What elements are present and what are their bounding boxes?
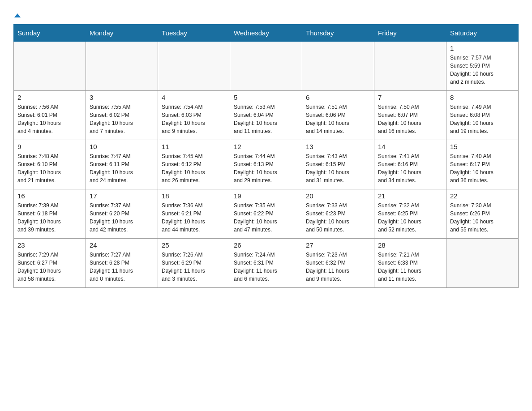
calendar-cell [230, 42, 302, 91]
day-info: Sunrise: 7:54 AMSunset: 6:03 PMDaylight:… [162, 103, 226, 135]
calendar-cell: 5Sunrise: 7:53 AMSunset: 6:04 PMDaylight… [230, 91, 302, 140]
calendar-cell: 27Sunrise: 7:23 AMSunset: 6:32 PMDayligh… [302, 239, 374, 288]
day-info: Sunrise: 7:55 AMSunset: 6:02 PMDaylight:… [90, 103, 154, 135]
day-info: Sunrise: 7:53 AMSunset: 6:04 PMDaylight:… [234, 103, 298, 135]
calendar-header-row: SundayMondayTuesdayWednesdayThursdayFrid… [14, 25, 519, 42]
day-number: 21 [378, 192, 442, 200]
calendar-cell: 2Sunrise: 7:56 AMSunset: 6:01 PMDaylight… [14, 91, 86, 140]
calendar-cell: 1Sunrise: 7:57 AMSunset: 5:59 PMDaylight… [446, 42, 519, 91]
day-header-sunday: Sunday [14, 25, 86, 42]
day-info: Sunrise: 7:33 AMSunset: 6:23 PMDaylight:… [306, 201, 370, 234]
calendar-cell: 18Sunrise: 7:36 AMSunset: 6:21 PMDayligh… [158, 189, 230, 239]
day-number: 11 [162, 143, 226, 150]
day-number: 7 [378, 94, 442, 101]
day-number: 19 [234, 192, 298, 200]
day-number: 2 [17, 94, 82, 101]
calendar-cell [302, 42, 374, 91]
day-header-saturday: Saturday [446, 25, 519, 42]
calendar-cell: 15Sunrise: 7:40 AMSunset: 6:17 PMDayligh… [446, 140, 519, 189]
day-info: Sunrise: 7:44 AMSunset: 6:13 PMDaylight:… [234, 152, 298, 184]
calendar-cell: 11Sunrise: 7:45 AMSunset: 6:12 PMDayligh… [158, 140, 230, 189]
day-number: 5 [234, 94, 298, 101]
day-number: 25 [162, 241, 226, 249]
calendar-cell: 23Sunrise: 7:29 AMSunset: 6:27 PMDayligh… [14, 239, 86, 288]
day-info: Sunrise: 7:43 AMSunset: 6:15 PMDaylight:… [306, 152, 370, 184]
day-number: 18 [162, 192, 226, 200]
day-number: 4 [162, 94, 226, 101]
calendar-cell: 10Sunrise: 7:47 AMSunset: 6:11 PMDayligh… [86, 140, 158, 189]
calendar-cell: 24Sunrise: 7:27 AMSunset: 6:28 PMDayligh… [86, 239, 158, 288]
day-info: Sunrise: 7:45 AMSunset: 6:12 PMDaylight:… [162, 152, 226, 184]
calendar-cell: 8Sunrise: 7:49 AMSunset: 6:08 PMDaylight… [446, 91, 519, 140]
week-row-1: 1Sunrise: 7:57 AMSunset: 5:59 PMDaylight… [14, 42, 519, 91]
day-info: Sunrise: 7:32 AMSunset: 6:25 PMDaylight:… [378, 201, 442, 234]
day-info: Sunrise: 7:40 AMSunset: 6:17 PMDaylight:… [450, 152, 515, 184]
day-header-friday: Friday [374, 25, 446, 42]
day-info: Sunrise: 7:37 AMSunset: 6:20 PMDaylight:… [90, 201, 154, 234]
day-info: Sunrise: 7:51 AMSunset: 6:06 PMDaylight:… [306, 103, 370, 135]
day-info: Sunrise: 7:35 AMSunset: 6:22 PMDaylight:… [234, 201, 298, 234]
day-info: Sunrise: 7:27 AMSunset: 6:28 PMDaylight:… [90, 251, 154, 283]
day-header-tuesday: Tuesday [158, 25, 230, 42]
day-info: Sunrise: 7:23 AMSunset: 6:32 PMDaylight:… [306, 251, 370, 283]
calendar-cell: 19Sunrise: 7:35 AMSunset: 6:22 PMDayligh… [230, 189, 302, 239]
calendar-cell: 4Sunrise: 7:54 AMSunset: 6:03 PMDaylight… [158, 91, 230, 140]
calendar-table: SundayMondayTuesdayWednesdayThursdayFrid… [13, 24, 519, 288]
day-info: Sunrise: 7:47 AMSunset: 6:11 PMDaylight:… [90, 152, 154, 184]
calendar-cell: 25Sunrise: 7:26 AMSunset: 6:29 PMDayligh… [158, 239, 230, 288]
logo [13, 9, 21, 20]
day-info: Sunrise: 7:50 AMSunset: 6:07 PMDaylight:… [378, 103, 442, 135]
calendar-cell: 28Sunrise: 7:21 AMSunset: 6:33 PMDayligh… [374, 239, 446, 288]
day-number: 24 [90, 241, 154, 249]
calendar-cell: 16Sunrise: 7:39 AMSunset: 6:18 PMDayligh… [14, 189, 86, 239]
calendar-cell: 12Sunrise: 7:44 AMSunset: 6:13 PMDayligh… [230, 140, 302, 189]
calendar-cell [374, 42, 446, 91]
calendar-cell: 17Sunrise: 7:37 AMSunset: 6:20 PMDayligh… [86, 189, 158, 239]
day-info: Sunrise: 7:26 AMSunset: 6:29 PMDaylight:… [162, 251, 226, 283]
day-header-wednesday: Wednesday [230, 25, 302, 42]
day-number: 3 [90, 94, 154, 101]
week-row-5: 23Sunrise: 7:29 AMSunset: 6:27 PMDayligh… [14, 239, 519, 288]
week-row-3: 9Sunrise: 7:48 AMSunset: 6:10 PMDaylight… [14, 140, 519, 189]
day-number: 12 [234, 143, 298, 150]
day-number: 8 [450, 94, 515, 101]
calendar-cell: 21Sunrise: 7:32 AMSunset: 6:25 PMDayligh… [374, 189, 446, 239]
day-info: Sunrise: 7:39 AMSunset: 6:18 PMDaylight:… [17, 201, 82, 234]
day-number: 14 [378, 143, 442, 150]
day-number: 20 [306, 192, 370, 200]
calendar-cell: 20Sunrise: 7:33 AMSunset: 6:23 PMDayligh… [302, 189, 374, 239]
calendar-cell: 7Sunrise: 7:50 AMSunset: 6:07 PMDaylight… [374, 91, 446, 140]
logo-triangle-icon [13, 13, 21, 18]
calendar-cell: 6Sunrise: 7:51 AMSunset: 6:06 PMDaylight… [302, 91, 374, 140]
day-number: 26 [234, 241, 298, 249]
day-number: 28 [378, 241, 442, 249]
day-info: Sunrise: 7:48 AMSunset: 6:10 PMDaylight:… [17, 152, 82, 184]
calendar-cell: 9Sunrise: 7:48 AMSunset: 6:10 PMDaylight… [14, 140, 86, 189]
calendar-cell [86, 42, 158, 91]
day-info: Sunrise: 7:21 AMSunset: 6:33 PMDaylight:… [378, 251, 442, 283]
day-number: 9 [17, 143, 82, 150]
week-row-2: 2Sunrise: 7:56 AMSunset: 6:01 PMDaylight… [14, 91, 519, 140]
day-number: 1 [450, 44, 515, 52]
calendar-cell: 3Sunrise: 7:55 AMSunset: 6:02 PMDaylight… [86, 91, 158, 140]
day-info: Sunrise: 7:36 AMSunset: 6:21 PMDaylight:… [162, 201, 226, 234]
week-row-4: 16Sunrise: 7:39 AMSunset: 6:18 PMDayligh… [14, 189, 519, 239]
day-number: 6 [306, 94, 370, 101]
calendar-cell [158, 42, 230, 91]
day-info: Sunrise: 7:41 AMSunset: 6:16 PMDaylight:… [378, 152, 442, 184]
day-number: 23 [17, 241, 82, 249]
calendar-cell: 26Sunrise: 7:24 AMSunset: 6:31 PMDayligh… [230, 239, 302, 288]
day-info: Sunrise: 7:49 AMSunset: 6:08 PMDaylight:… [450, 103, 515, 135]
calendar-cell: 14Sunrise: 7:41 AMSunset: 6:16 PMDayligh… [374, 140, 446, 189]
day-header-monday: Monday [86, 25, 158, 42]
day-number: 16 [17, 192, 82, 200]
day-info: Sunrise: 7:29 AMSunset: 6:27 PMDaylight:… [17, 251, 82, 283]
day-number: 10 [90, 143, 154, 150]
day-number: 17 [90, 192, 154, 200]
day-info: Sunrise: 7:30 AMSunset: 6:26 PMDaylight:… [450, 201, 515, 234]
calendar-cell [446, 239, 519, 288]
calendar-cell: 22Sunrise: 7:30 AMSunset: 6:26 PMDayligh… [446, 189, 519, 239]
day-info: Sunrise: 7:24 AMSunset: 6:31 PMDaylight:… [234, 251, 298, 283]
calendar-cell [14, 42, 86, 91]
page-header [13, 9, 519, 20]
